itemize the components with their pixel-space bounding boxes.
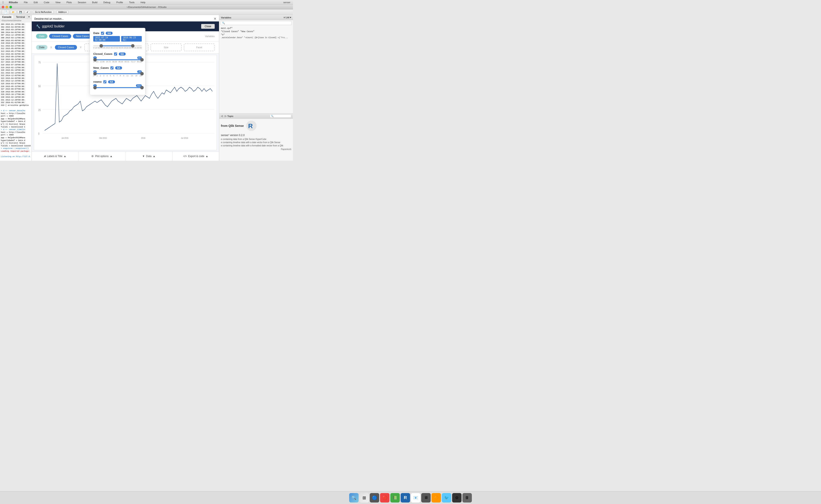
new-label-6: 6 <box>113 75 114 77</box>
console-content: 303 2015-01-15T00:00: 304 2015-04-05T00:… <box>0 22 32 161</box>
console-line: 331 2014-12-28T00:00: <box>1 99 31 102</box>
labels-title-btn[interactable]: 𝘼 Labels & Title ▲ <box>32 152 79 161</box>
debug-menu[interactable]: Debug <box>102 1 111 4</box>
terminal-tab[interactable]: Terminal <box>14 15 27 19</box>
console-line: 313 2015-05-27T00:00: <box>1 50 31 53</box>
console-line: 328 2015-09-26T00:00: <box>1 91 31 93</box>
rowno-slider[interactable]: 1 502 <box>93 87 142 88</box>
close-button[interactable] <box>2 6 4 8</box>
save-all-btn[interactable]: ✔ <box>25 10 30 14</box>
topic-search[interactable]: 🔍 <box>270 114 291 118</box>
new-cases-checkbox[interactable] <box>110 66 113 69</box>
terminal-close[interactable]: ✕ <box>27 15 31 19</box>
date-max-input[interactable]: 2016-06-23 02: <box>121 36 142 42</box>
minimize-button[interactable] <box>6 6 8 8</box>
tools-menu[interactable]: Tools <box>128 1 135 4</box>
profile-menu[interactable]: Profile <box>115 1 124 4</box>
closed-cases-filter-label: Closed_Cases NA <box>93 52 142 55</box>
forward-btn[interactable]: ▷ <box>225 115 227 117</box>
closed-cases-slider[interactable]: 1 87 1 6.5 12.86 24.72 36.59 48.45 <box>93 59 142 63</box>
console-line: 330 2015-02-10T00:00: <box>1 96 31 99</box>
code-icon: </> <box>183 155 187 158</box>
labels-title-label: Labels & Title <box>47 155 62 158</box>
date-mid-label: 2015-06-23 02:00:00 <box>105 47 123 49</box>
rowno-slider-left-thumb[interactable] <box>93 86 97 89</box>
console-tab[interactable]: Console <box>0 15 14 19</box>
wrench-icon: 🔧 <box>36 24 40 29</box>
new-cases-slider[interactable]: 0 28 0 1 2 3 4 5 6 7 <box>93 73 142 77</box>
svg-text:0: 0 <box>38 132 39 135</box>
new-label-1: 1 <box>96 75 98 77</box>
svg-text:25: 25 <box>38 108 41 111</box>
desc-2: e containing timeline data with a date v… <box>219 141 293 144</box>
new-slider-right-thumb[interactable] <box>140 72 144 75</box>
rowno-checkbox[interactable] <box>103 80 106 83</box>
context-close[interactable]: ✕ <box>214 17 217 21</box>
file-menu[interactable]: File <box>23 1 29 4</box>
mapping-closed-pill[interactable]: Closed Cases <box>55 45 77 50</box>
y-label: Y <box>79 46 82 49</box>
go-to-file-btn[interactable]: Go to file/function <box>33 10 54 14</box>
new-cases-filter-section: New_Cases NA 0 28 0 1 2 <box>93 66 142 77</box>
r-logo: R <box>246 120 257 131</box>
mapping-date-pill[interactable]: Date <box>36 45 47 50</box>
export-code-btn[interactable]: </> Export & code ▲ <box>172 152 219 161</box>
console-line: w'} >} Distinct %Case <box>1 142 31 145</box>
apple-menu[interactable]:  <box>3 1 4 4</box>
search-bar[interactable]: 🔍 <box>221 21 292 25</box>
plot-options-btn[interactable]: ⚙ Plot options ▲ <box>79 152 126 161</box>
pill-closed-cases[interactable]: Closed Cases <box>49 34 71 39</box>
date-slider[interactable]: 0-14 02:00:00 2015-06-23 02:00:00 2016-0… <box>93 45 142 49</box>
closed-label-6: 48.45 <box>118 61 123 63</box>
new-label-8: 8 <box>120 75 121 77</box>
pill-new-cases[interactable]: New Cases <box>73 34 92 39</box>
closed-slider-left-thumb[interactable] <box>93 58 97 61</box>
build-menu[interactable]: Build <box>91 1 98 4</box>
maximize-button[interactable] <box>9 6 12 8</box>
rowno-slider-right-thumb[interactable] <box>140 86 144 89</box>
papierkorb: Papierkorb <box>219 147 293 151</box>
desc-1: e containing data from a Qlik Sense Hype… <box>219 138 293 141</box>
app-menu[interactable]: RStudio <box>8 1 19 4</box>
facet-slot[interactable]: Facet <box>184 43 215 51</box>
new-slider-left-thumb[interactable] <box>93 72 97 75</box>
new-file-btn[interactable]: 📄 <box>2 10 9 15</box>
rowno-na-badge: NA <box>108 80 115 83</box>
console-line: 333 [ erreichte getOptio <box>1 104 31 107</box>
data-btn[interactable]: ▼ Data ▲ <box>125 152 172 161</box>
close-dialog-button[interactable]: Close <box>201 24 215 29</box>
addins-btn[interactable]: Addins ▾ <box>56 10 68 14</box>
back-btn[interactable]: ◁ <box>221 115 223 117</box>
view-menu[interactable]: View <box>54 1 61 4</box>
session-menu[interactable]: Session <box>77 1 87 4</box>
console-line: fields = DateClosed CasesNew Cases <box>1 145 31 147</box>
new-label-7: 7 <box>116 75 117 77</box>
plot-options-label: Plot options <box>95 155 108 158</box>
console-line: 326 2015-05-31T00:00: <box>1 85 31 88</box>
edit-menu[interactable]: Edit <box>33 1 39 4</box>
date-min-input[interactable]: 2015-07-14 02:00:00 <box>93 36 120 42</box>
rowno-filter-section: rowno NA 1 502 <box>93 80 142 88</box>
new-cases-label-text: New_Cases <box>93 66 109 69</box>
list-view-toggle[interactable]: ≡ List ▾ <box>284 16 291 19</box>
closed-slider-fill <box>93 59 142 60</box>
closed-cases-na-badge: NA <box>119 53 126 55</box>
size-slot[interactable]: Size <box>150 43 181 51</box>
svg-text:Jul 2015: Jul 2015 <box>61 137 68 139</box>
plots-menu[interactable]: Plots <box>66 1 72 4</box>
dialog-title: 🔧 ggplot2 builder <box>36 24 65 29</box>
closed-cases-checkbox[interactable] <box>114 53 117 55</box>
console-line: w'} >} Distinct %Case <box>1 123 31 126</box>
date-checkbox[interactable] <box>101 32 104 35</box>
date-filter-section: Date NA 2015-07-14 02:00:00 2016-06-23 0… <box>93 31 142 49</box>
help-menu[interactable]: Help <box>140 1 146 4</box>
closed-slider-right-thumb[interactable] <box>140 58 144 61</box>
svg-text:Jul 2016: Jul 2016 <box>181 137 188 139</box>
open-file-btn[interactable]: 📂 <box>10 10 17 14</box>
code-menu[interactable]: Code <box>43 1 50 4</box>
console-line: fields = DateClosed C <box>1 126 31 129</box>
pill-date[interactable]: Date <box>36 34 47 39</box>
rowno-slider-track <box>93 87 142 88</box>
date-slider-track <box>93 45 142 46</box>
save-btn[interactable]: 💾 <box>17 10 24 14</box>
